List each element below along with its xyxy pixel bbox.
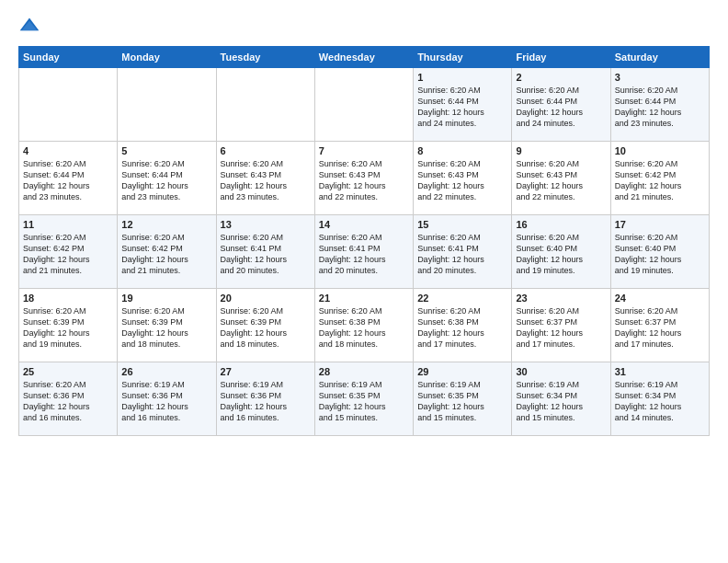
calendar-cell [314,68,413,142]
calendar-cell: 8Sunrise: 6:20 AM Sunset: 6:43 PM Daylig… [414,142,512,215]
day-info: Sunrise: 6:20 AM Sunset: 6:44 PM Dayligh… [23,158,113,203]
day-info: Sunrise: 6:20 AM Sunset: 6:37 PM Dayligh… [516,305,606,350]
day-info: Sunrise: 6:20 AM Sunset: 6:37 PM Dayligh… [615,305,705,350]
calendar-cell: 20Sunrise: 6:20 AM Sunset: 6:39 PM Dayli… [216,289,314,362]
day-number: 20 [221,293,311,304]
day-info: Sunrise: 6:20 AM Sunset: 6:38 PM Dayligh… [319,305,409,350]
calendar-cell: 30Sunrise: 6:19 AM Sunset: 6:34 PM Dayli… [512,362,610,436]
day-info: Sunrise: 6:20 AM Sunset: 6:43 PM Dayligh… [221,158,311,203]
calendar-week-row: 18Sunrise: 6:20 AM Sunset: 6:39 PM Dayli… [19,289,710,362]
calendar-cell [216,68,314,142]
day-number: 21 [319,293,409,304]
calendar-cell: 2Sunrise: 6:20 AM Sunset: 6:44 PM Daylig… [512,68,610,142]
calendar-cell: 12Sunrise: 6:20 AM Sunset: 6:42 PM Dayli… [118,215,216,289]
day-info: Sunrise: 6:20 AM Sunset: 6:43 PM Dayligh… [516,158,606,203]
day-info: Sunrise: 6:19 AM Sunset: 6:35 PM Dayligh… [417,379,507,424]
logo [18,15,44,37]
day-number: 4 [23,145,113,156]
calendar-week-row: 11Sunrise: 6:20 AM Sunset: 6:42 PM Dayli… [19,215,710,289]
calendar-table: SundayMondayTuesdayWednesdayThursdayFrid… [18,46,710,436]
weekday-header-wednesday: Wednesday [314,47,413,68]
calendar-cell: 10Sunrise: 6:20 AM Sunset: 6:42 PM Dayli… [610,142,709,215]
day-number: 13 [221,219,311,230]
calendar-cell: 25Sunrise: 6:20 AM Sunset: 6:36 PM Dayli… [19,362,118,436]
day-info: Sunrise: 6:20 AM Sunset: 6:41 PM Dayligh… [417,232,507,277]
calendar-cell: 14Sunrise: 6:20 AM Sunset: 6:41 PM Dayli… [314,215,413,289]
day-info: Sunrise: 6:19 AM Sunset: 6:35 PM Dayligh… [319,379,409,424]
day-number: 2 [516,72,606,83]
day-number: 10 [615,145,705,156]
day-number: 14 [319,219,409,230]
day-number: 17 [615,219,705,230]
header [18,15,710,37]
calendar-cell [118,68,216,142]
day-number: 15 [417,219,507,230]
day-number: 31 [615,366,705,377]
day-number: 18 [23,293,113,304]
day-info: Sunrise: 6:19 AM Sunset: 6:34 PM Dayligh… [615,379,705,424]
day-info: Sunrise: 6:20 AM Sunset: 6:43 PM Dayligh… [417,158,507,203]
day-number: 3 [615,72,705,83]
day-number: 27 [221,366,311,377]
day-info: Sunrise: 6:20 AM Sunset: 6:44 PM Dayligh… [121,158,211,203]
calendar-cell: 29Sunrise: 6:19 AM Sunset: 6:35 PM Dayli… [414,362,512,436]
calendar-cell: 26Sunrise: 6:19 AM Sunset: 6:36 PM Dayli… [118,362,216,436]
day-number: 19 [121,293,211,304]
weekday-header-sunday: Sunday [19,47,118,68]
day-number: 8 [417,145,507,156]
day-number: 9 [516,145,606,156]
calendar-cell: 24Sunrise: 6:20 AM Sunset: 6:37 PM Dayli… [610,289,709,362]
calendar-cell: 3Sunrise: 6:20 AM Sunset: 6:44 PM Daylig… [610,68,709,142]
day-info: Sunrise: 6:20 AM Sunset: 6:41 PM Dayligh… [319,232,409,277]
weekday-header-tuesday: Tuesday [216,47,314,68]
day-number: 1 [417,72,507,83]
day-number: 30 [516,366,606,377]
weekday-header-row: SundayMondayTuesdayWednesdayThursdayFrid… [19,47,710,68]
day-info: Sunrise: 6:19 AM Sunset: 6:34 PM Dayligh… [516,379,606,424]
page: SundayMondayTuesdayWednesdayThursdayFrid… [0,0,728,447]
calendar-cell: 5Sunrise: 6:20 AM Sunset: 6:44 PM Daylig… [118,142,216,215]
calendar-week-row: 4Sunrise: 6:20 AM Sunset: 6:44 PM Daylig… [19,142,710,215]
calendar-cell: 23Sunrise: 6:20 AM Sunset: 6:37 PM Dayli… [512,289,610,362]
day-info: Sunrise: 6:20 AM Sunset: 6:40 PM Dayligh… [615,232,705,277]
day-info: Sunrise: 6:20 AM Sunset: 6:40 PM Dayligh… [516,232,606,277]
weekday-header-thursday: Thursday [414,47,512,68]
day-number: 29 [417,366,507,377]
day-info: Sunrise: 6:20 AM Sunset: 6:38 PM Dayligh… [417,305,507,350]
calendar-cell: 11Sunrise: 6:20 AM Sunset: 6:42 PM Dayli… [19,215,118,289]
day-number: 26 [121,366,211,377]
calendar-week-row: 25Sunrise: 6:20 AM Sunset: 6:36 PM Dayli… [19,362,710,436]
weekday-header-saturday: Saturday [610,47,709,68]
day-number: 6 [221,145,311,156]
calendar-cell: 16Sunrise: 6:20 AM Sunset: 6:40 PM Dayli… [512,215,610,289]
day-info: Sunrise: 6:20 AM Sunset: 6:44 PM Dayligh… [615,85,705,130]
day-number: 16 [516,219,606,230]
calendar-cell: 28Sunrise: 6:19 AM Sunset: 6:35 PM Dayli… [314,362,413,436]
day-info: Sunrise: 6:20 AM Sunset: 6:42 PM Dayligh… [23,232,113,277]
calendar-cell: 22Sunrise: 6:20 AM Sunset: 6:38 PM Dayli… [414,289,512,362]
calendar-cell [19,68,118,142]
day-info: Sunrise: 6:20 AM Sunset: 6:43 PM Dayligh… [319,158,409,203]
logo-icon [18,15,40,37]
day-info: Sunrise: 6:20 AM Sunset: 6:42 PM Dayligh… [615,158,705,203]
calendar-cell: 1Sunrise: 6:20 AM Sunset: 6:44 PM Daylig… [414,68,512,142]
day-info: Sunrise: 6:20 AM Sunset: 6:44 PM Dayligh… [516,85,606,130]
calendar-cell: 27Sunrise: 6:19 AM Sunset: 6:36 PM Dayli… [216,362,314,436]
calendar-cell: 6Sunrise: 6:20 AM Sunset: 6:43 PM Daylig… [216,142,314,215]
calendar-cell: 7Sunrise: 6:20 AM Sunset: 6:43 PM Daylig… [314,142,413,215]
calendar-cell: 4Sunrise: 6:20 AM Sunset: 6:44 PM Daylig… [19,142,118,215]
day-info: Sunrise: 6:19 AM Sunset: 6:36 PM Dayligh… [221,379,311,424]
calendar-cell: 31Sunrise: 6:19 AM Sunset: 6:34 PM Dayli… [610,362,709,436]
weekday-header-monday: Monday [118,47,216,68]
day-info: Sunrise: 6:20 AM Sunset: 6:39 PM Dayligh… [221,305,311,350]
day-info: Sunrise: 6:20 AM Sunset: 6:42 PM Dayligh… [121,232,211,277]
day-number: 25 [23,366,113,377]
day-info: Sunrise: 6:20 AM Sunset: 6:39 PM Dayligh… [121,305,211,350]
day-info: Sunrise: 6:20 AM Sunset: 6:39 PM Dayligh… [23,305,113,350]
day-number: 23 [516,293,606,304]
calendar-cell: 21Sunrise: 6:20 AM Sunset: 6:38 PM Dayli… [314,289,413,362]
day-number: 28 [319,366,409,377]
weekday-header-friday: Friday [512,47,610,68]
calendar-cell: 15Sunrise: 6:20 AM Sunset: 6:41 PM Dayli… [414,215,512,289]
day-number: 7 [319,145,409,156]
